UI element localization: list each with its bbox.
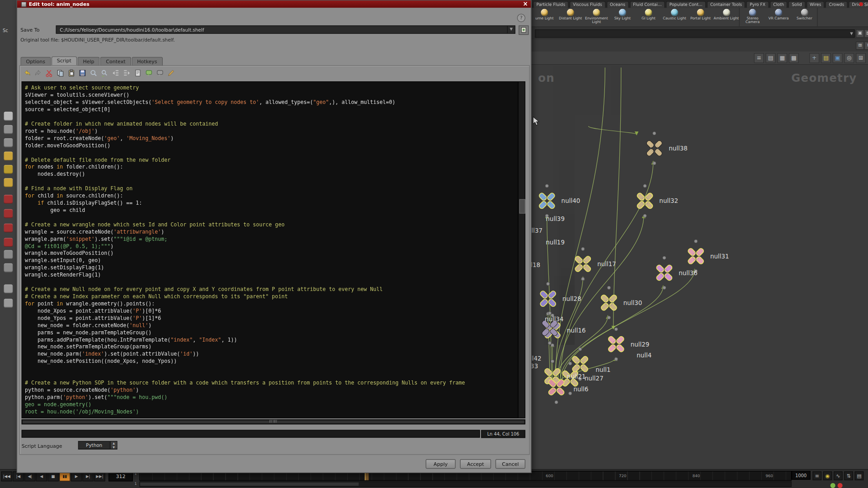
pane-maximize-icon[interactable]: ⊞ bbox=[856, 42, 864, 50]
scroll-grip[interactable] bbox=[269, 420, 277, 422]
tab-help[interactable]: Help bbox=[77, 57, 100, 66]
tab-script[interactable]: Script bbox=[52, 56, 77, 66]
shelf-tool-stereo-camera[interactable]: Stereo Camera bbox=[740, 8, 766, 27]
shelf-tool-environment-light[interactable]: Environment Light bbox=[584, 8, 610, 27]
snapshot-icon[interactable]: ◎ bbox=[844, 53, 854, 63]
node-label[interactable]: null32 bbox=[659, 197, 678, 204]
left-toolbar-icon[interactable] bbox=[4, 250, 13, 259]
node-label[interactable]: null21 bbox=[567, 373, 586, 380]
scroll-thumb[interactable] bbox=[519, 199, 525, 214]
node-label[interactable]: null19 bbox=[546, 239, 565, 246]
node-connector-dot[interactable] bbox=[547, 282, 550, 285]
node-connector-dot[interactable] bbox=[694, 239, 698, 243]
node-connector-dot[interactable] bbox=[643, 214, 646, 217]
network-node-unnamed[interactable] bbox=[571, 356, 589, 373]
save-icon[interactable] bbox=[78, 69, 88, 78]
node-label[interactable]: null17 bbox=[597, 261, 616, 267]
shelf-tab-solid[interactable]: Solid bbox=[788, 1, 805, 8]
pane-menu-icon[interactable]: ▤ bbox=[864, 29, 868, 38]
chevron-down-icon[interactable]: ▼ bbox=[507, 26, 515, 33]
node-connector-dot[interactable] bbox=[607, 286, 610, 289]
left-toolbar-icon[interactable] bbox=[4, 152, 13, 161]
left-toolbar-icon[interactable] bbox=[4, 263, 13, 272]
shelf-tab-wires[interactable]: Wires bbox=[807, 1, 825, 8]
node-label[interactable]: null1 bbox=[596, 366, 611, 373]
node-connector-dot[interactable] bbox=[614, 357, 618, 361]
node-connector-dot[interactable] bbox=[663, 256, 666, 259]
script-language-select[interactable]: Python bbox=[78, 441, 110, 449]
left-toolbar-icon[interactable] bbox=[4, 125, 13, 134]
shelf-tool-switcher[interactable]: Switcher bbox=[792, 8, 818, 27]
go-start-button[interactable]: |◀◀ bbox=[1, 471, 12, 481]
indent-decrease-icon[interactable] bbox=[111, 69, 121, 78]
node-label[interactable]: null34 bbox=[545, 316, 564, 323]
editor-vertical-scrollbar[interactable] bbox=[518, 81, 525, 418]
node-label[interactable]: null27 bbox=[585, 375, 604, 382]
node-connector-dot[interactable] bbox=[643, 184, 646, 188]
shelf-tool-gi-light[interactable]: GI Light bbox=[636, 8, 662, 27]
shelf-tab-oceans[interactable]: Oceans bbox=[607, 1, 629, 8]
shelf-tool-sky-light[interactable]: Sky Light bbox=[609, 8, 636, 27]
script-language-stepper[interactable]: ▲▼ bbox=[110, 441, 118, 449]
help-icon[interactable]: ? bbox=[517, 14, 525, 22]
shelf-tab-fluid-contai-[interactable]: Fluid Contai... bbox=[630, 1, 665, 8]
node-connector-dot[interactable] bbox=[653, 131, 656, 135]
shelf-tool-urne-light[interactable]: urne Light bbox=[532, 8, 558, 27]
list-view-icon[interactable]: ≡ bbox=[754, 53, 764, 63]
node-connector-dot[interactable] bbox=[569, 362, 572, 365]
zoom-icon[interactable]: ⊞ bbox=[856, 53, 866, 63]
node-connector-dot[interactable] bbox=[551, 343, 554, 347]
tab-hotkeys[interactable]: Hotkeys bbox=[132, 57, 163, 66]
left-toolbar-icon[interactable] bbox=[4, 165, 13, 174]
range-end-field[interactable]: 1000 bbox=[792, 471, 811, 480]
node-connector-dot[interactable] bbox=[607, 316, 610, 319]
pane-split-icon[interactable]: ▣ bbox=[856, 29, 864, 38]
network-node-null17[interactable] bbox=[574, 255, 591, 272]
left-toolbar-icon[interactable] bbox=[4, 238, 13, 247]
record-dot-icon[interactable] bbox=[838, 483, 843, 488]
uncomment-icon[interactable] bbox=[156, 69, 165, 78]
copy-icon[interactable] bbox=[56, 69, 66, 78]
shelf-tool-ambient-light[interactable]: Ambient Light bbox=[713, 8, 740, 27]
network-editor-pane[interactable]: on Geometry null38null32null40null39null… bbox=[515, 65, 868, 469]
node-label[interactable]: null38 bbox=[669, 145, 688, 152]
find-icon[interactable] bbox=[89, 69, 99, 78]
redo-icon[interactable] bbox=[34, 69, 43, 78]
node-connector-dot[interactable] bbox=[545, 184, 548, 188]
left-toolbar-icon[interactable] bbox=[4, 112, 13, 121]
network-node-null36[interactable] bbox=[656, 264, 673, 282]
node-label[interactable]: null39 bbox=[546, 216, 565, 222]
playback-options-icon[interactable]: ▤ bbox=[855, 471, 864, 480]
paste-icon[interactable] bbox=[67, 69, 76, 78]
node-connector-dot[interactable] bbox=[569, 392, 572, 395]
external-editor-icon[interactable] bbox=[167, 69, 176, 78]
thumbnail-view-icon[interactable]: ▦ bbox=[777, 53, 787, 63]
shelf-tool-vr-camera[interactable]: VR Camera bbox=[765, 8, 792, 27]
shelf-tool-distant-light[interactable]: Distant Light bbox=[557, 8, 584, 27]
node-connector-dot[interactable] bbox=[581, 247, 585, 250]
cut-icon[interactable] bbox=[45, 69, 54, 78]
left-toolbar-icon[interactable] bbox=[4, 195, 13, 204]
audio-options-icon[interactable]: ∿ bbox=[834, 471, 843, 480]
left-toolbar-icon[interactable] bbox=[4, 299, 13, 308]
shelf-tab-drive-simula-[interactable]: Drive Simula... bbox=[849, 1, 868, 8]
shelf-tab-container-tools[interactable]: Container Tools bbox=[707, 1, 745, 8]
node-label[interactable]: null30 bbox=[623, 300, 642, 306]
sticky-note-icon[interactable]: ▤ bbox=[821, 53, 831, 63]
node-connector-dot[interactable] bbox=[579, 347, 582, 351]
file-browse-button[interactable] bbox=[519, 25, 528, 35]
apply-button[interactable]: Apply bbox=[426, 459, 456, 469]
path-combo-field[interactable]: ▼ bbox=[535, 29, 855, 38]
node-connector-dot[interactable] bbox=[548, 342, 551, 345]
node-label[interactable]: null36 bbox=[679, 270, 698, 277]
node-connector-dot[interactable] bbox=[614, 328, 618, 331]
left-toolbar-icon[interactable] bbox=[4, 209, 13, 218]
node-connector-dot[interactable] bbox=[555, 401, 558, 404]
node-connector-dot[interactable] bbox=[653, 162, 656, 165]
shelf-tab-crowds[interactable]: Crowds bbox=[826, 1, 847, 8]
tab-context[interactable]: Context bbox=[100, 57, 131, 66]
node-label[interactable]: null16 bbox=[567, 327, 586, 334]
node-connector-dot[interactable] bbox=[663, 286, 666, 289]
grid-view-icon[interactable]: ▤ bbox=[765, 53, 775, 63]
indent-increase-icon[interactable] bbox=[123, 69, 132, 78]
